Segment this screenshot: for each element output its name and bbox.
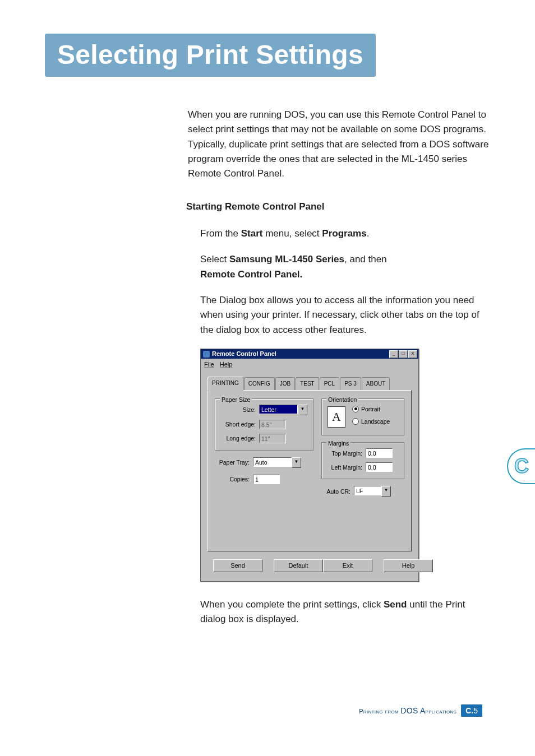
titlebar-text: Remote Control Panel: [212, 349, 389, 359]
help-button[interactable]: Help: [384, 559, 433, 572]
step-4: When you complete the print settings, cl…: [200, 597, 491, 627]
label-size: Size:: [221, 405, 256, 414]
side-tab-letter: C: [514, 454, 529, 478]
label-paper-tray: Paper Tray:: [215, 458, 250, 467]
tab-test[interactable]: TEST: [296, 377, 319, 390]
group-paper-size: Paper Size Size: Letter ▼: [215, 398, 313, 451]
label-long-edge: Long edge:: [221, 434, 256, 443]
tab-strip: PRINTING CONFIG JOB TEST PCL PS 3 ABOUT: [207, 376, 412, 391]
step-3: The Dialog box allows you to access all …: [200, 293, 491, 337]
auto-cr-combo[interactable]: LF ▼: [354, 486, 391, 497]
chevron-down-icon: ▼: [292, 457, 301, 468]
side-tab: C: [507, 448, 535, 484]
menubar: File Help: [201, 359, 418, 370]
footer-label: Printing from DOS Applications: [359, 706, 456, 715]
dialog-button-row: Send Default Exit Help: [207, 551, 412, 574]
menu-help[interactable]: Help: [220, 360, 233, 369]
label-copies: Copies:: [215, 475, 250, 484]
label-left-margin: Left Margin:: [328, 463, 362, 472]
copies-field[interactable]: 1: [253, 475, 280, 484]
intro-paragraph: When you are running DOS, you can use th…: [188, 108, 491, 182]
tab-pcl[interactable]: PCL: [320, 377, 339, 390]
radio-portrait[interactable]: Portrait: [352, 405, 390, 414]
tab-job[interactable]: JOB: [275, 377, 295, 390]
footer: Printing from DOS Applications C.5: [359, 704, 482, 717]
section-heading: Starting Remote Control Panel: [186, 200, 491, 214]
footer-page: C.5: [461, 704, 482, 717]
label-short-edge: Short edge:: [221, 420, 256, 429]
tab-ps3[interactable]: PS 3: [340, 377, 361, 390]
content-body: When you are running DOS, you can use th…: [188, 108, 491, 627]
group-orientation: Orientation A Portrait Landscape: [321, 398, 404, 436]
orientation-preview-icon: A: [328, 406, 345, 428]
long-edge-field: 11": [259, 434, 286, 443]
app-icon: [203, 351, 210, 358]
default-button[interactable]: Default: [274, 559, 323, 572]
tab-about[interactable]: ABOUT: [362, 377, 390, 390]
minimize-button[interactable]: _: [389, 350, 398, 358]
size-combo[interactable]: Letter ▼: [259, 405, 307, 415]
chevron-down-icon: ▼: [381, 486, 391, 497]
send-button[interactable]: Send: [213, 559, 262, 572]
top-margin-field[interactable]: 0.0: [366, 448, 393, 458]
tab-panel-printing: Paper Size Size: Letter ▼: [207, 390, 412, 551]
steps: From the Start menu, select Programs. Se…: [200, 226, 491, 627]
close-button[interactable]: X: [408, 350, 417, 358]
left-margin-field[interactable]: 0.0: [366, 462, 393, 472]
tab-printing[interactable]: PRINTING: [207, 377, 243, 391]
step-1: From the Start menu, select Programs.: [200, 226, 491, 241]
group-margins: Margins Top Margin: 0.0 Left Margin: 0.0: [321, 442, 404, 479]
short-edge-field: 8.5": [259, 420, 286, 429]
chevron-down-icon: ▼: [298, 405, 307, 415]
maximize-button[interactable]: □: [399, 350, 408, 358]
label-auto-cr: Auto CR:: [321, 487, 350, 496]
step-2: Select Samsung ML-1450 Series, and then …: [200, 252, 491, 282]
heading-banner: Selecting Print Settings: [45, 34, 376, 77]
radio-landscape[interactable]: Landscape: [352, 417, 390, 426]
heading-text: Selecting Print Settings: [57, 40, 363, 69]
remote-control-panel-dialog: Remote Control Panel _ □ X File Help PRI…: [200, 349, 419, 582]
tab-config[interactable]: CONFIG: [244, 377, 275, 390]
exit-button[interactable]: Exit: [323, 559, 372, 572]
titlebar: Remote Control Panel _ □ X: [201, 349, 418, 359]
menu-file[interactable]: File: [204, 360, 214, 369]
paper-tray-combo[interactable]: Auto ▼: [253, 457, 301, 468]
label-top-margin: Top Margin:: [328, 449, 362, 458]
